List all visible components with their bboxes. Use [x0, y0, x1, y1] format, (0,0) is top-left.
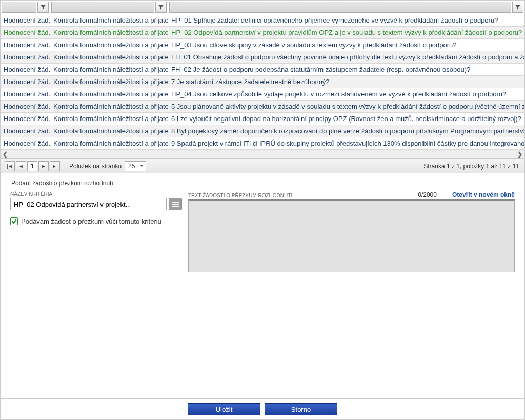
filter-input-2[interactable]	[51, 2, 154, 13]
data-table: Hodnocení žád...Kontrola formálních nále…	[1, 14, 524, 150]
scroll-right-icon[interactable]: ❯	[517, 151, 522, 158]
table-cell: Kontrola formálních náležitostí a přijat…	[50, 88, 168, 100]
last-page-button[interactable]: ►|	[50, 161, 60, 171]
table-cell: Hodnocení žád...	[1, 14, 50, 26]
text-label: TEXT ŽÁDOSTI O PŘEZKUM ROZHODNUTÍ	[188, 193, 292, 198]
funnel-icon	[40, 4, 46, 10]
app-root: Hodnocení žád...Kontrola formálních nále…	[0, 0, 525, 420]
per-page-value: 25	[128, 163, 135, 170]
fieldset-legend: Podání žádosti o přezkum rozhodnutí	[9, 179, 115, 187]
table-cell: Kontrola formálních náležitostí a přijat…	[50, 64, 168, 75]
per-page-select[interactable]: 25	[125, 161, 146, 171]
table-cell: Kontrola formálních náležitostí a přijat…	[50, 51, 168, 63]
per-page-label: Položek na stránku	[69, 163, 122, 170]
page-number-input[interactable]	[27, 161, 37, 171]
table-cell: Hodnocení žád...	[1, 51, 50, 63]
cancel-button[interactable]: Storno	[265, 403, 337, 415]
form-body: NÁZEV KRITÉRIA Podávám žádost o přezkum …	[10, 191, 515, 274]
table-cell: HP_03 Jsou cílové skupiny v zásadě v sou…	[168, 39, 524, 51]
table-cell: Hodnocení žád...	[1, 76, 50, 88]
table-row[interactable]: Hodnocení žád...Kontrola formálních nále…	[1, 51, 524, 64]
consent-checkbox[interactable]	[10, 217, 18, 225]
table-row[interactable]: Hodnocení žád...Kontrola formálních nále…	[1, 125, 524, 137]
filter-cell-1	[1, 1, 50, 14]
table-cell: Hodnocení žád...	[1, 137, 50, 149]
filter-cell-3	[168, 1, 524, 14]
form-right-column: TEXT ŽÁDOSTI O PŘEZKUM ROZHODNUTÍ 0/2000…	[188, 191, 515, 274]
table-cell: HP_02 Odpovídá partnerství v projektu pr…	[168, 27, 524, 38]
prev-page-button[interactable]: ◄	[16, 161, 26, 171]
consent-checkbox-label: Podávám žádost o přezkum vůči tomuto kri…	[21, 217, 161, 225]
filter-cell-2	[50, 1, 168, 14]
next-page-button[interactable]: ►	[38, 161, 49, 171]
funnel-icon	[515, 4, 521, 10]
table-cell: 8 Byl projektový záměr doporučen k rozpr…	[168, 125, 524, 137]
table-cell: Kontrola formálních náležitostí a přijat…	[50, 14, 168, 26]
table-row[interactable]: Hodnocení žád...Kontrola formálních nále…	[1, 64, 524, 76]
table-row[interactable]: Hodnocení žád...Kontrola formálních nále…	[1, 39, 524, 51]
criterion-input-row	[10, 198, 182, 210]
table-cell: Hodnocení žád...	[1, 88, 50, 100]
table-cell: 9 Spadá projekt v rámci ITI či IPRÚ do s…	[168, 137, 524, 149]
filter-button-3[interactable]	[512, 2, 523, 13]
table-row[interactable]: Hodnocení žád...Kontrola formálních nále…	[1, 27, 524, 39]
char-counter: 0/2000	[418, 191, 437, 198]
form-area: Podání žádosti o přezkum rozhodnutí NÁZE…	[1, 173, 524, 284]
check-icon	[11, 218, 17, 224]
filter-input-1[interactable]	[2, 2, 36, 13]
pagination-bar: |◄ ◄ ► ►| Položek na stránku 25 Stránka …	[1, 159, 524, 173]
table-cell: Kontrola formálních náležitostí a přijat…	[50, 113, 168, 125]
table-cell: 6 Lze vyloučit negativní dopad na horizo…	[168, 113, 524, 125]
filter-row	[1, 1, 524, 14]
scroll-left-icon[interactable]: ❮	[3, 151, 8, 158]
table-cell: FH_02 Je žádost o podporu podepsána stat…	[168, 64, 524, 75]
table-row[interactable]: Hodnocení žád...Kontrola formálních nále…	[1, 88, 524, 101]
table-row[interactable]: Hodnocení žád...Kontrola formálních nále…	[1, 137, 524, 150]
table-cell: Kontrola formálních náležitostí a přijat…	[50, 125, 168, 137]
table-cell: Kontrola formálních náležitostí a přijat…	[50, 27, 168, 38]
table-cell: Hodnocení žád...	[1, 39, 50, 51]
funnel-icon	[158, 4, 164, 10]
filter-input-3[interactable]	[169, 2, 511, 13]
form-left-column: NÁZEV KRITÉRIA Podávám žádost o přezkum …	[10, 191, 182, 225]
criterion-picker-button[interactable]	[169, 198, 182, 210]
list-icon	[172, 204, 179, 205]
table-cell: HP_01 Splňuje žadatel definici oprávněné…	[168, 14, 524, 26]
bottom-action-bar: Uložit Storno	[1, 398, 524, 415]
table-row[interactable]: Hodnocení žád...Kontrola formálních nále…	[1, 76, 524, 88]
pagination-controls: |◄ ◄ ► ►|	[5, 161, 60, 171]
filter-button-1[interactable]	[37, 2, 49, 13]
table-row[interactable]: Hodnocení žád...Kontrola formálních nále…	[1, 113, 524, 125]
consent-checkbox-row: Podávám žádost o přezkum vůči tomuto kri…	[10, 217, 182, 225]
table-cell: Kontrola formálních náležitostí a přijat…	[50, 101, 168, 112]
save-button[interactable]: Uložit	[188, 403, 260, 415]
table-cell: 7 Je statutární zástupce žadatele trestn…	[168, 76, 524, 88]
review-fieldset: Podání žádosti o přezkum rozhodnutí NÁZE…	[5, 184, 520, 279]
table-cell: Hodnocení žád...	[1, 64, 50, 75]
table-cell: Kontrola formálních náležitostí a přijat…	[50, 137, 168, 149]
horizontal-scrollbar[interactable]: ❮ ❯	[1, 150, 524, 159]
table-cell: 5 Jsou plánované aktivity projektu v zás…	[168, 101, 524, 112]
table-cell: Kontrola formálních náležitostí a přijat…	[50, 39, 168, 51]
filter-button-2[interactable]	[155, 2, 167, 13]
table-row[interactable]: Hodnocení žád...Kontrola formálních nále…	[1, 101, 524, 113]
table-cell: Hodnocení žád...	[1, 27, 50, 38]
review-textarea[interactable]	[188, 199, 515, 272]
criterion-label: NÁZEV KRITÉRIA	[10, 191, 182, 197]
first-page-button[interactable]: |◄	[5, 161, 15, 171]
table-cell: Hodnocení žád...	[1, 113, 50, 125]
table-row[interactable]: Hodnocení žád...Kontrola formálních nále…	[1, 14, 524, 27]
pagination-info: Stránka 1 z 1, položky 1 až 11 z 11	[423, 163, 519, 170]
table-cell: Hodnocení žád...	[1, 125, 50, 137]
table-cell: HP_04 Jsou celkové způsobilé výdaje proj…	[168, 88, 524, 100]
textarea-header: TEXT ŽÁDOSTI O PŘEZKUM ROZHODNUTÍ 0/2000…	[188, 191, 515, 198]
table-cell: Hodnocení žád...	[1, 101, 50, 112]
open-new-window-link[interactable]: Otevřít v novém okně	[452, 191, 515, 198]
table-cell: FH_01 Obsahuje žádost o podporu všechny …	[168, 51, 524, 63]
criterion-input[interactable]	[10, 198, 167, 210]
table-cell: Kontrola formálních náležitostí a přijat…	[50, 76, 168, 88]
